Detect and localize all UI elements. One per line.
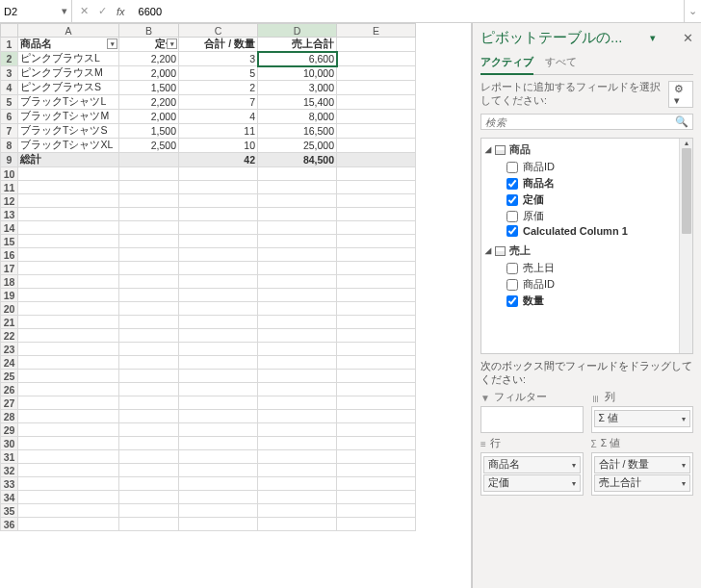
cell[interactable] bbox=[18, 370, 119, 383]
cell[interactable] bbox=[258, 477, 337, 491]
row-header[interactable]: 31 bbox=[1, 450, 18, 464]
cell[interactable] bbox=[337, 275, 416, 289]
cell[interactable] bbox=[337, 302, 416, 316]
cell[interactable] bbox=[337, 66, 416, 81]
cell[interactable] bbox=[18, 396, 119, 410]
cell[interactable] bbox=[258, 518, 337, 531]
cell[interactable] bbox=[337, 477, 416, 491]
row-header[interactable]: 18 bbox=[1, 275, 18, 289]
cell[interactable] bbox=[337, 329, 416, 343]
row-header[interactable]: 19 bbox=[1, 289, 18, 302]
cell[interactable]: 84,500 bbox=[258, 153, 337, 167]
name-box[interactable]: ▾ bbox=[0, 0, 72, 22]
cell[interactable] bbox=[337, 38, 416, 52]
cell[interactable] bbox=[179, 477, 258, 491]
cell[interactable] bbox=[337, 167, 416, 181]
cell[interactable] bbox=[337, 289, 416, 302]
cell[interactable] bbox=[119, 316, 179, 329]
field-checkbox[interactable] bbox=[506, 263, 518, 274]
area-field-chip[interactable]: 売上合計▾ bbox=[594, 474, 691, 492]
cell[interactable] bbox=[18, 248, 119, 262]
row-header[interactable]: 21 bbox=[1, 316, 18, 329]
field-item[interactable]: 売上日 bbox=[485, 260, 688, 276]
accept-formula-icon[interactable]: ✓ bbox=[98, 5, 107, 17]
area-field-chip[interactable]: 商品名▾ bbox=[483, 456, 581, 473]
cell[interactable] bbox=[179, 464, 258, 477]
cell[interactable] bbox=[258, 343, 337, 356]
row-header[interactable]: 12 bbox=[1, 194, 18, 208]
cell[interactable]: ピンクブラウスS bbox=[18, 81, 119, 95]
cell[interactable] bbox=[179, 235, 258, 248]
field-item[interactable]: 数量 bbox=[485, 293, 688, 309]
field-group-header[interactable]: ◢商品 bbox=[485, 141, 688, 159]
cell[interactable]: 10,000 bbox=[258, 66, 337, 81]
cell[interactable]: 3 bbox=[179, 52, 258, 66]
cell[interactable] bbox=[337, 464, 416, 477]
cell[interactable]: 2,500 bbox=[119, 139, 179, 153]
search-input[interactable] bbox=[485, 116, 675, 128]
field-checkbox[interactable] bbox=[506, 162, 518, 173]
cell[interactable] bbox=[258, 356, 337, 370]
cell[interactable] bbox=[18, 262, 119, 275]
cell[interactable] bbox=[179, 437, 258, 450]
cell[interactable] bbox=[119, 221, 179, 235]
row-header[interactable]: 9 bbox=[1, 153, 18, 167]
cell[interactable] bbox=[337, 504, 416, 518]
cell[interactable] bbox=[119, 477, 179, 491]
row-header[interactable]: 8 bbox=[1, 139, 18, 153]
cell[interactable] bbox=[337, 383, 416, 396]
cell[interactable]: 11 bbox=[179, 124, 258, 139]
row-header[interactable]: 2 bbox=[1, 52, 18, 66]
cell[interactable]: ピンクブラウスL bbox=[18, 52, 119, 66]
chevron-down-icon[interactable]: ▾ bbox=[572, 461, 576, 470]
cell[interactable] bbox=[179, 423, 258, 437]
cell[interactable] bbox=[179, 504, 258, 518]
cell[interactable] bbox=[18, 410, 119, 423]
cell[interactable] bbox=[258, 194, 337, 208]
cell[interactable]: 1,500 bbox=[119, 124, 179, 139]
cell[interactable] bbox=[258, 302, 337, 316]
cell[interactable]: 7 bbox=[179, 95, 258, 110]
field-item[interactable]: 定価 bbox=[485, 192, 688, 208]
cell[interactable] bbox=[18, 181, 119, 194]
cell[interactable]: 25,000 bbox=[258, 139, 337, 153]
row-header[interactable]: 7 bbox=[1, 124, 18, 139]
cell[interactable]: 2,200 bbox=[119, 52, 179, 66]
cell[interactable] bbox=[18, 194, 119, 208]
cell[interactable] bbox=[119, 167, 179, 181]
cell[interactable] bbox=[337, 437, 416, 450]
row-header[interactable]: 28 bbox=[1, 410, 18, 423]
cell[interactable] bbox=[119, 437, 179, 450]
field-checkbox[interactable] bbox=[506, 225, 518, 237]
cell[interactable] bbox=[258, 491, 337, 504]
cell[interactable] bbox=[179, 491, 258, 504]
chevron-down-icon[interactable]: ▾ bbox=[682, 479, 686, 488]
cell[interactable] bbox=[18, 383, 119, 396]
cell[interactable] bbox=[119, 450, 179, 464]
cell[interactable] bbox=[337, 370, 416, 383]
row-header[interactable]: 30 bbox=[1, 437, 18, 450]
search-icon[interactable]: 🔍 bbox=[675, 115, 688, 128]
row-header[interactable]: 20 bbox=[1, 302, 18, 316]
cell[interactable] bbox=[18, 518, 119, 531]
cell[interactable] bbox=[18, 221, 119, 235]
tab-active[interactable]: アクティブ bbox=[480, 53, 533, 75]
cell[interactable]: 15,400 bbox=[258, 95, 337, 110]
cell[interactable]: 42 bbox=[179, 153, 258, 167]
row-header[interactable]: 36 bbox=[1, 518, 18, 531]
cell[interactable] bbox=[119, 356, 179, 370]
cell[interactable] bbox=[179, 450, 258, 464]
col-header-E[interactable]: E bbox=[337, 24, 416, 38]
tab-all[interactable]: すべて bbox=[545, 53, 577, 74]
cancel-formula-icon[interactable]: ✕ bbox=[80, 5, 89, 17]
gear-icon[interactable]: ⚙ ▾ bbox=[668, 81, 693, 108]
row-header[interactable]: 16 bbox=[1, 248, 18, 262]
formula-expand-icon[interactable]: ⌄ bbox=[684, 0, 701, 22]
formula-input[interactable] bbox=[133, 6, 684, 17]
cell[interactable] bbox=[337, 139, 416, 153]
field-checkbox[interactable] bbox=[506, 279, 518, 291]
cell[interactable] bbox=[119, 153, 179, 167]
cell[interactable]: 2,000 bbox=[119, 110, 179, 124]
cell[interactable] bbox=[119, 491, 179, 504]
cell[interactable] bbox=[119, 194, 179, 208]
